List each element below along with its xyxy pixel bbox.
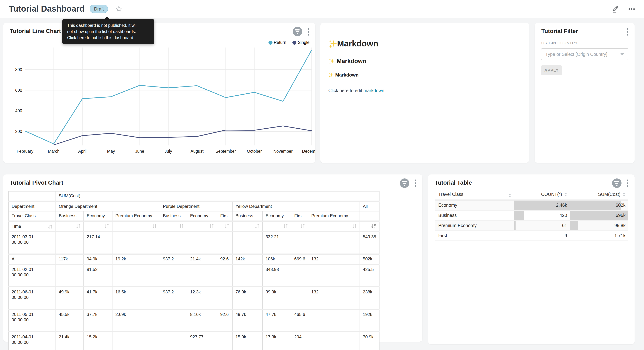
origin-country-select[interactable]: Type or Select [Origin Country] [541, 48, 628, 60]
pivot-cell: 8.16k [187, 309, 217, 332]
pivot-cell [308, 332, 360, 350]
line-chart-title[interactable]: Tutorial Line Chart [10, 28, 61, 34]
pivot-chart-card: Tutorial Pivot Chart SUM(Cost)Department… [3, 174, 422, 342]
sort-icon[interactable] [179, 224, 184, 228]
legend-label: Single [298, 40, 310, 44]
pivot-cell: 15.2k [84, 332, 112, 350]
col-header-count[interactable]: COUNT(*) [514, 189, 570, 200]
edit-pencil-icon[interactable] [612, 5, 619, 13]
tutorial-table-wrap: Travel ClassCOUNT(*)SUM(Cost)Economy2.46… [436, 189, 628, 241]
top-bar: Tutorial Dashboard Draft [0, 0, 644, 18]
page-title: Tutorial Dashboard [9, 4, 84, 14]
tooltip-line: not show up in the list of dashboards. [67, 29, 150, 35]
pivot-row-header: 2011-03-0100:00:00 [8, 232, 56, 254]
apply-button[interactable]: APPLY [541, 65, 562, 75]
pivot-row: 2011-03-0100:00:00217.14332.21549.35 [8, 232, 379, 254]
x-tick-label: October [247, 149, 262, 154]
pivot-class-col: Economy [187, 211, 217, 221]
pivot-class-col: Premium Economy [308, 211, 360, 221]
legend-item[interactable]: Single [292, 40, 310, 44]
pivot-sort-header [360, 221, 379, 232]
col-header-sum-cost[interactable]: SUM(Cost) [570, 189, 628, 200]
pivot-cell: 343.98 [262, 264, 291, 287]
pivot-cell: 49.7k [232, 309, 262, 332]
markdown-body: Markdown Markdown Markdown Click here to… [328, 34, 522, 93]
pivot-cell: 45.5k [56, 309, 84, 332]
pivot-cell: 217.14 [84, 232, 112, 254]
pivot-cell: 94.9k [84, 254, 112, 264]
pivot-cell: 12.3k [187, 287, 217, 309]
pivot-sort-header [187, 221, 217, 232]
pivot-cell: 132 [308, 287, 360, 309]
series-line-single[interactable] [54, 126, 312, 145]
sort-icon[interactable] [283, 224, 288, 228]
pivot-row: 2011-05-0100:00:0045.5k37.7k2.69k8.16k92… [8, 309, 379, 332]
chart-kebab-menu-icon[interactable] [306, 27, 310, 36]
line-chart-svg[interactable]: 200400600800FebruaryMarchAprilMayJuneJul… [3, 46, 315, 159]
pivot-cell [160, 332, 187, 350]
table-row: Premium Economy6199.8k [436, 220, 628, 231]
cell-sum-cost: 99.8k [570, 220, 628, 231]
pivot-class-label: Travel Class [8, 211, 56, 221]
sort-icon[interactable] [209, 224, 214, 228]
pivot-cell [232, 264, 262, 287]
pivot-cell: 19.2k [112, 254, 160, 264]
cross-filter-icon[interactable] [292, 27, 302, 36]
table-chart-title[interactable]: Tutorial Table [435, 180, 472, 186]
pivot-cell: 425.5 [360, 264, 379, 287]
x-tick-label: March [48, 149, 60, 154]
chart-kebab-menu-icon[interactable] [413, 178, 418, 188]
pivot-table: SUM(Cost)DepartmentOrange DepartmentPurp… [8, 191, 379, 350]
sort-icon[interactable] [104, 224, 109, 228]
pivot-cell: 937.2 [160, 254, 187, 264]
pivot-row-header: 2011-06-0100:00:00 [8, 287, 56, 309]
cell-travel-class: Business [436, 210, 514, 220]
cross-filter-icon[interactable] [612, 179, 621, 188]
draft-badge[interactable]: Draft [90, 5, 108, 13]
pivot-cell: 192k [360, 309, 379, 332]
sparkles-icon [328, 39, 337, 48]
pivot-class-col: Economy [262, 211, 291, 221]
x-tick-label: July [165, 149, 172, 154]
pivot-cell: 41.7k [84, 287, 112, 309]
sort-icon[interactable] [152, 224, 157, 228]
markdown-edit-link[interactable]: markdown [363, 88, 384, 93]
cell-sum-cost: 602k [570, 200, 628, 210]
favorite-star-icon[interactable] [116, 6, 122, 12]
col-header-travel-class[interactable]: Travel Class [436, 189, 514, 200]
sort-icon[interactable] [224, 224, 229, 228]
cross-filter-icon[interactable] [400, 179, 409, 188]
pivot-cell [112, 232, 160, 254]
y-tick-label: 200 [15, 129, 22, 134]
pivot-corner-cell [8, 191, 56, 201]
pivot-sort-header [56, 221, 84, 232]
select-placeholder: Type or Select [Origin Country] [545, 52, 607, 57]
line-chart-card: Tutorial Line Chart ReturnSingle 2004006… [3, 23, 315, 163]
pivot-cell: 204 [291, 332, 308, 350]
sort-icon[interactable] [255, 224, 260, 228]
sort-icon[interactable] [352, 224, 357, 228]
cell-count: 61 [514, 220, 570, 231]
pivot-cell [56, 232, 84, 254]
sort-desc-active-icon[interactable] [370, 224, 376, 228]
legend-item[interactable]: Return [268, 40, 286, 44]
cell-sum-cost: 696k [570, 210, 628, 220]
cell-travel-class: First [436, 231, 514, 241]
chart-kebab-menu-icon[interactable] [625, 178, 630, 188]
pivot-class-col: First [291, 211, 308, 221]
pivot-cell: 21.4k [187, 254, 217, 264]
pivot-cell [217, 332, 232, 350]
markdown-card[interactable]: Markdown Markdown Markdown Click here to… [320, 23, 529, 163]
more-menu-icon[interactable] [628, 5, 635, 12]
sort-icon[interactable] [76, 224, 80, 228]
tooltip-line: Click here to publish this dashboard. [67, 35, 150, 41]
sort-icon[interactable] [48, 224, 52, 229]
filter-kebab-menu-icon[interactable] [625, 27, 630, 36]
sort-caret-icon [564, 192, 567, 196]
pivot-class-col: First [217, 211, 232, 221]
pivot-time-header: Time [8, 221, 56, 232]
pivot-chart-title[interactable]: Tutorial Pivot Chart [10, 180, 63, 186]
pivot-row: 2011-02-0100:00:0081.52343.98425.5 [8, 264, 379, 287]
x-tick-label: June [135, 149, 144, 154]
sort-icon[interactable] [300, 224, 305, 228]
